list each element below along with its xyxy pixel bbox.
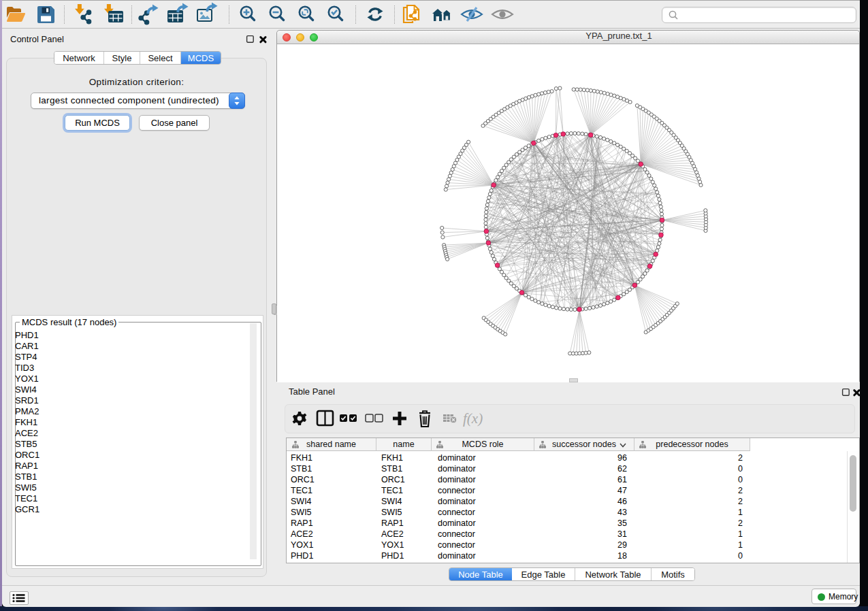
svg-text:f(x): f(x) [463, 410, 483, 427]
